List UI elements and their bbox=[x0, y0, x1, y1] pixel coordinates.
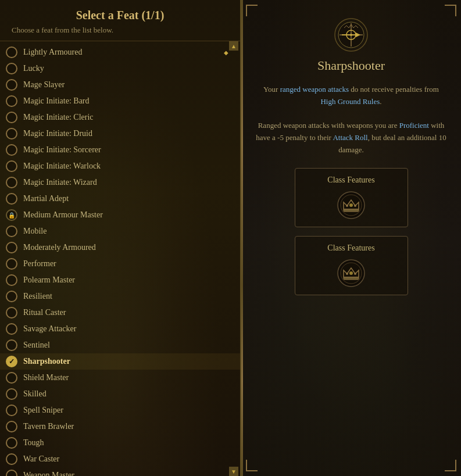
radio-lightly-armoured bbox=[6, 46, 17, 58]
feat-item-lucky[interactable]: Lucky bbox=[0, 60, 240, 77]
feat-name-tough: Tough bbox=[23, 438, 44, 448]
diamond-indicator-lightly-armoured: ◆ bbox=[224, 49, 228, 56]
feat-name-lucky: Lucky bbox=[23, 64, 44, 73]
class-feature-icon-1 bbox=[337, 191, 366, 220]
radio-spell-sniper bbox=[6, 405, 17, 416]
radio-sentinel bbox=[6, 339, 17, 351]
feat-item-sentinel[interactable]: Sentinel bbox=[0, 337, 240, 353]
feat-item-savage-attacker[interactable]: Savage Attacker bbox=[0, 321, 240, 337]
scroll-up-button[interactable]: ▲ bbox=[229, 41, 238, 51]
class-feature-icon-2 bbox=[337, 259, 366, 288]
sharpshooter-icon bbox=[334, 17, 369, 52]
corner-decoration-tr bbox=[445, 5, 456, 16]
radio-magic-initiate-warlock bbox=[6, 160, 17, 172]
svg-rect-10 bbox=[344, 209, 359, 212]
feat-item-tavern-brawler[interactable]: Tavern Brawler bbox=[0, 418, 240, 435]
feat-name-resilient: Resilient bbox=[23, 292, 52, 301]
desc-highlight3: Proficient bbox=[399, 121, 429, 130]
feat-item-sharpshooter[interactable]: Sharpshooter bbox=[0, 353, 240, 370]
feat-item-magic-initiate-cleric[interactable]: Magic Initiate: Cleric bbox=[0, 109, 240, 126]
feat-item-polearm-master[interactable]: Polearm Master bbox=[0, 272, 240, 288]
desc-highlight1: ranged weapon attacks bbox=[280, 85, 349, 94]
feat-item-weapon-master[interactable]: Weapon Master bbox=[0, 467, 240, 476]
class-feature-label-2: Class Features bbox=[327, 244, 374, 253]
feat-item-tough[interactable]: Tough bbox=[0, 435, 240, 451]
feat-item-performer[interactable]: Performer bbox=[0, 256, 240, 272]
class-feature-label-1: Class Features bbox=[327, 176, 374, 185]
feat-item-magic-initiate-warlock[interactable]: Magic Initiate: Warlock bbox=[0, 158, 240, 174]
lock-icon: 🔒 bbox=[8, 212, 15, 219]
feat-item-magic-initiate-bard[interactable]: Magic Initiate: Bard bbox=[0, 93, 240, 109]
radio-shield-master bbox=[6, 372, 17, 384]
feat-name-magic-initiate-druid: Magic Initiate: Druid bbox=[23, 129, 92, 138]
feat-name-ritual-caster: Ritual Caster bbox=[23, 308, 66, 317]
radio-sharpshooter bbox=[6, 356, 17, 367]
svg-point-19 bbox=[354, 273, 356, 275]
feat-item-magic-initiate-druid[interactable]: Magic Initiate: Druid bbox=[0, 126, 240, 142]
panel-subtitle: Choose a feat from the list below. bbox=[12, 26, 228, 35]
radio-lucky bbox=[6, 63, 17, 74]
radio-magic-initiate-bard bbox=[6, 95, 17, 107]
feat-name-skilled: Skilled bbox=[23, 389, 47, 399]
feat-item-mobile[interactable]: Mobile bbox=[0, 223, 240, 239]
feat-name-medium-armour-master: Medium Armour Master bbox=[23, 210, 103, 220]
feat-name-mobile: Mobile bbox=[23, 227, 47, 236]
radio-savage-attacker bbox=[6, 323, 17, 335]
feat-item-skilled[interactable]: Skilled bbox=[0, 386, 240, 402]
radio-mage-slayer bbox=[6, 79, 17, 91]
svg-point-17 bbox=[349, 271, 353, 275]
feat-item-spell-sniper[interactable]: Spell Sniper bbox=[0, 402, 240, 418]
feat-item-magic-initiate-wizard[interactable]: Magic Initiate: Wizard bbox=[0, 174, 240, 191]
feat-name-shield-master: Shield Master bbox=[23, 373, 69, 382]
desc-part2: do not receive penalties from bbox=[349, 85, 439, 94]
radio-weapon-master bbox=[6, 470, 17, 476]
radio-medium-armour-master: 🔒 bbox=[6, 209, 17, 221]
feat-item-resilient[interactable]: Resilient bbox=[0, 288, 240, 305]
feat-name-savage-attacker: Savage Attacker bbox=[23, 324, 76, 334]
radio-moderately-armoured bbox=[6, 242, 17, 253]
feat-item-magic-initiate-sorcerer[interactable]: Magic Initiate: Sorcerer bbox=[0, 142, 240, 158]
desc-part4: Ranged weapon attacks with weapons you a… bbox=[258, 121, 399, 130]
radio-skilled bbox=[6, 388, 17, 400]
radio-resilient bbox=[6, 291, 17, 302]
feat-name-magic-initiate-warlock: Magic Initiate: Warlock bbox=[23, 162, 101, 171]
svg-rect-16 bbox=[344, 277, 359, 280]
feat-description: Your ranged weapon attacks do not receiv… bbox=[256, 84, 446, 156]
corner-decoration-br bbox=[445, 460, 456, 471]
radio-magic-initiate-wizard bbox=[6, 177, 17, 188]
feat-name-weapon-master: Weapon Master bbox=[23, 471, 74, 476]
feat-icon-container bbox=[334, 17, 369, 52]
svg-point-7 bbox=[350, 34, 352, 36]
feat-name-spell-sniper: Spell Sniper bbox=[23, 406, 63, 415]
radio-ritual-caster bbox=[6, 307, 17, 318]
radio-tavern-brawler bbox=[6, 421, 17, 432]
feat-list-items: Lightly Armoured◆LuckyMage SlayerMagic I… bbox=[0, 44, 240, 476]
desc-highlight4: Attack Roll bbox=[333, 133, 367, 142]
feat-item-martial-adept[interactable]: Martial Adept bbox=[0, 191, 240, 207]
feat-name-martial-adept: Martial Adept bbox=[23, 194, 69, 203]
feat-item-mage-slayer[interactable]: Mage Slayer bbox=[0, 77, 240, 93]
feat-item-medium-armour-master[interactable]: 🔒Medium Armour Master bbox=[0, 207, 240, 223]
feat-name-tavern-brawler: Tavern Brawler bbox=[23, 422, 74, 431]
feat-name-performer: Performer bbox=[23, 259, 56, 269]
class-feature-box-2: Class Features bbox=[295, 236, 408, 295]
svg-point-13 bbox=[354, 205, 356, 207]
feat-name-lightly-armoured: Lightly Armoured bbox=[23, 48, 83, 57]
feat-item-war-caster[interactable]: War Caster bbox=[0, 451, 240, 467]
radio-polearm-master bbox=[6, 274, 17, 286]
scroll-down-button[interactable]: ▼ bbox=[229, 467, 238, 476]
feat-item-ritual-caster[interactable]: Ritual Caster bbox=[0, 305, 240, 321]
feat-name-magic-initiate-wizard: Magic Initiate: Wizard bbox=[23, 178, 97, 187]
feat-name-magic-initiate-cleric: Magic Initiate: Cleric bbox=[23, 113, 94, 122]
radio-tough bbox=[6, 437, 17, 449]
desc-part1: Your bbox=[263, 85, 280, 94]
feat-item-shield-master[interactable]: Shield Master bbox=[0, 370, 240, 386]
left-panel: Select a Feat (1/1) Choose a feat from t… bbox=[0, 0, 241, 476]
feat-item-moderately-armoured[interactable]: Moderately Armoured bbox=[0, 239, 240, 256]
feat-name-moderately-armoured: Moderately Armoured bbox=[23, 243, 96, 252]
feat-item-lightly-armoured[interactable]: Lightly Armoured◆ bbox=[0, 44, 240, 60]
feat-list[interactable]: ▲ Lightly Armoured◆LuckyMage SlayerMagic… bbox=[0, 41, 240, 476]
radio-magic-initiate-cleric bbox=[6, 112, 17, 123]
feat-name-mage-slayer: Mage Slayer bbox=[23, 80, 65, 90]
feat-name-sharpshooter: Sharpshooter bbox=[23, 357, 70, 366]
